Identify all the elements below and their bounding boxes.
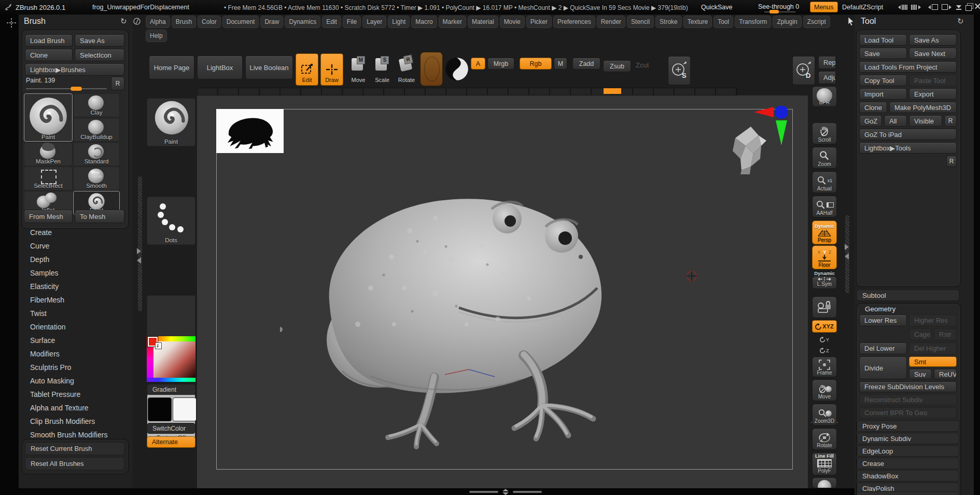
dynamic-subdiv-section[interactable]: Dynamic Subdiv (857, 433, 959, 444)
brush-thumb-paint-large[interactable]: Paint (24, 93, 73, 142)
menu-item-dynamics[interactable]: Dynamics (285, 16, 320, 28)
current-material-sphere[interactable] (445, 57, 469, 81)
menu-item-light[interactable]: Light (388, 16, 410, 28)
dock-window-right-icon[interactable] (942, 4, 951, 10)
section-create[interactable]: Create (30, 228, 129, 237)
rotate-mode-button[interactable]: R Rotate (396, 57, 417, 83)
switchcolor-button[interactable]: SwitchColor (147, 423, 195, 434)
replay-last-button[interactable]: Repla (818, 56, 836, 69)
brush-thumb-selectrect[interactable]: SelectRect (24, 167, 73, 190)
axis-orientation-icon[interactable] (753, 106, 789, 147)
timeline-strip[interactable] (197, 88, 737, 95)
crease-section[interactable]: Crease (857, 458, 959, 469)
aahalf-button[interactable]: AAHalf (812, 196, 837, 217)
from-mesh-button[interactable]: From Mesh (24, 210, 73, 223)
frame-button[interactable]: Frame (812, 356, 837, 377)
section-tablet-pressure[interactable]: Tablet Pressure (30, 390, 129, 398)
mrgb-toggle[interactable]: Mrgb (487, 58, 514, 70)
section-modifiers[interactable]: Modifiers (30, 350, 129, 358)
canvas-scrollbar-left[interactable] (469, 491, 498, 493)
canvas-scroll-up-icon[interactable] (502, 489, 509, 491)
lower-res-button[interactable]: Lower Res (859, 314, 907, 326)
brush-thumb-smooth[interactable]: Smooth (73, 167, 120, 190)
menu-item-movie[interactable]: Movie (500, 16, 525, 28)
tool-clone-button[interactable]: Clone (859, 102, 887, 113)
menu-item-zscript[interactable]: Zscript (803, 16, 830, 28)
menu-item-edit[interactable]: Edit (322, 16, 341, 28)
goz-visible-button[interactable]: Visible (909, 115, 942, 127)
quick-pick-material[interactable] (420, 52, 443, 86)
to-mesh-button[interactable]: To Mesh (75, 210, 124, 223)
divide-button[interactable]: Divide (859, 356, 907, 379)
customize-icon[interactable] (133, 17, 141, 25)
minimize-button[interactable] (956, 5, 961, 10)
geometry-section-title[interactable]: Geometry (865, 305, 895, 313)
canvas-scrollbar-right[interactable] (513, 491, 542, 493)
section-orientation[interactable]: Orientation (30, 323, 129, 331)
goz-to-ipad-button[interactable]: GoZ To iPad (859, 129, 957, 140)
rgb-toggle[interactable]: Rgb (520, 58, 552, 70)
menu-item-layer[interactable]: Layer (362, 16, 386, 28)
canvas-scroll-down-icon[interactable] (502, 492, 509, 495)
see-through-track[interactable] (764, 11, 795, 12)
see-through-handle[interactable] (769, 10, 779, 13)
dynamic-mode-label[interactable]: Dynamic (812, 270, 837, 276)
zsub-toggle[interactable]: Zsub (603, 60, 631, 72)
draw-mode-button[interactable]: Draw (320, 53, 343, 86)
proxy-pose-section[interactable]: Proxy Pose (857, 420, 959, 432)
m-toggle[interactable]: M (554, 58, 567, 70)
menu-item-macro[interactable]: Macro (411, 16, 437, 28)
right-tray-collapse-icon[interactable] (845, 253, 849, 259)
rotate-z-toggle[interactable]: Z (818, 346, 831, 354)
home-page-button[interactable]: Home Page (149, 56, 194, 79)
section-auto-masking[interactable]: Auto Masking (30, 377, 129, 385)
rotate-3d-button[interactable]: Rotate (812, 428, 837, 450)
zoom-3d-button[interactable]: Zoom3D (812, 404, 837, 425)
persp-toggle[interactable]: Dynamic Persp (812, 221, 837, 244)
default-zscript-button[interactable]: DefaultZScript (842, 4, 883, 11)
freeze-subdivision-button[interactable]: Freeze SubDivision Levels (859, 381, 957, 392)
left-tray-divider[interactable] (138, 176, 142, 311)
load-tools-from-project-button[interactable]: Load Tools From Project (859, 61, 957, 73)
menu-item-marker[interactable]: Marker (439, 16, 466, 28)
brush-thumb-maskpen[interactable]: MaskPen (24, 142, 73, 166)
subtool-section-bar[interactable]: Subtool (857, 290, 959, 301)
goz-r-button[interactable]: R (944, 115, 957, 127)
brush-reset-icon[interactable] (120, 17, 127, 26)
live-boolean-button[interactable]: Live Boolean (245, 56, 293, 79)
hue-strip-bottom[interactable] (147, 378, 195, 382)
rotate-y-toggle[interactable]: Y (818, 335, 831, 343)
import-button[interactable]: Import (859, 88, 907, 100)
dock-handle-icon[interactable] (6, 18, 17, 28)
menu-item-stencil[interactable]: Stencil (627, 16, 654, 28)
section-curve[interactable]: Curve (30, 242, 129, 250)
alternate-button[interactable]: Alternate (147, 436, 195, 448)
brush-thumb-clay[interactable]: Clay (73, 93, 120, 117)
section-surface[interactable]: Surface (30, 336, 129, 345)
store-camera-button[interactable] (812, 296, 837, 318)
tool-save-as-button[interactable]: Save As (909, 34, 957, 46)
section-fibermesh[interactable]: FiberMesh (30, 296, 129, 304)
quicksave-button[interactable]: QuickSave (701, 4, 732, 11)
section-samples[interactable]: Samples (30, 269, 129, 277)
reuv-button[interactable]: ReUV (934, 369, 957, 379)
lightbox-button[interactable]: LightBox (197, 56, 243, 79)
zadd-toggle[interactable]: Zadd (572, 58, 600, 70)
edgeloop-section[interactable]: EdgeLoop (857, 445, 959, 457)
section-twist[interactable]: Twist (30, 309, 129, 318)
menu-item-material[interactable]: Material (468, 16, 498, 28)
move-mode-button[interactable]: M Move (348, 57, 368, 83)
lightbox-brushes-button[interactable]: Lightbox▶Brushes (25, 63, 124, 76)
section-elasticity[interactable]: Elasticity (30, 282, 129, 291)
load-brush-button[interactable]: Load Brush (25, 34, 73, 47)
frog-model-render[interactable] (280, 169, 625, 451)
menu-item-file[interactable]: File (343, 16, 361, 28)
lightbox-tools-button[interactable]: Lightbox▶Tools (859, 142, 957, 154)
reset-all-brushes-button[interactable]: Reset All Brushes (25, 457, 124, 470)
menu-item-transform[interactable]: Transform (735, 16, 771, 28)
make-polymesh3d-button[interactable]: Make PolyMesh3D (889, 102, 957, 113)
section-smooth-brush-modifiers[interactable]: Smooth Brush Modifiers (30, 431, 129, 439)
shadowbox-section[interactable]: ShadowBox (857, 470, 959, 482)
export-button[interactable]: Export (909, 88, 957, 100)
brush-select-icon-button[interactable]: SelectIcon (75, 49, 124, 61)
